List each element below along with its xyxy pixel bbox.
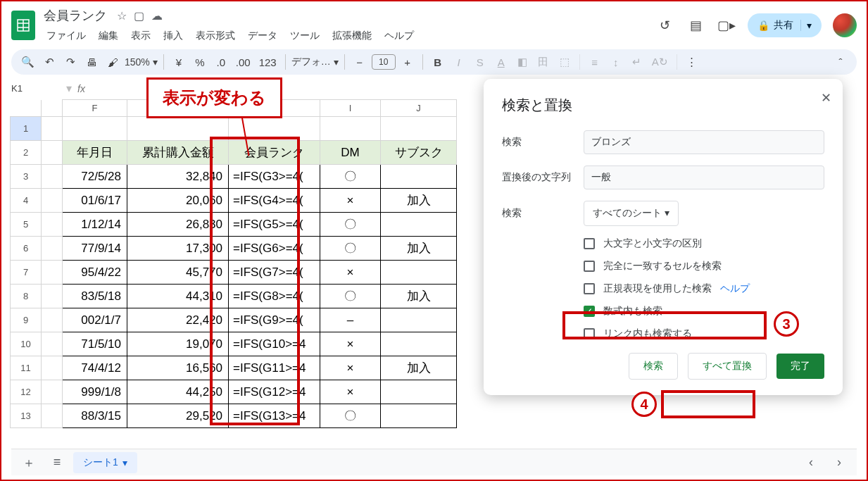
rowhead-6[interactable]: 6 (11, 237, 42, 261)
cell-G4[interactable]: 20,060 (127, 189, 229, 213)
menu-ヘルプ[interactable]: ヘルプ (379, 27, 420, 45)
rowhead-2[interactable]: 2 (11, 141, 42, 165)
rowhead-9[interactable]: 9 (11, 308, 42, 332)
rowhead-5[interactable]: 5 (11, 213, 42, 237)
increase-decimal-icon[interactable]: .00 (233, 52, 253, 72)
cell-H11[interactable]: =IFS(G11>=4 (229, 356, 320, 380)
cell-H4[interactable]: =IFS(G4>=4( (229, 189, 320, 213)
rotate-icon[interactable]: A↻ (649, 52, 671, 72)
cell-I5[interactable]: 〇 (320, 213, 381, 237)
checkbox-link[interactable] (584, 328, 595, 339)
menu-拡張機能[interactable]: 拡張機能 (327, 27, 377, 45)
valign-icon[interactable]: ↕ (607, 52, 625, 72)
cell-I11[interactable]: × (320, 356, 381, 380)
header-H[interactable]: 会員ランク (229, 141, 320, 165)
rowhead-11[interactable]: 11 (11, 356, 42, 380)
currency-icon[interactable]: ¥ (170, 52, 188, 72)
cell-F5[interactable]: 1/12/14 (63, 213, 127, 237)
cell-F12[interactable]: 999/1/8 (63, 380, 127, 404)
search-input[interactable] (584, 130, 824, 154)
rowhead-1[interactable]: 1 (11, 117, 42, 141)
search-icon[interactable]: 🔍 (18, 52, 37, 72)
cell-F10[interactable]: 71/5/10 (63, 332, 127, 356)
cell-I10[interactable]: × (320, 332, 381, 356)
doc-title[interactable]: 会員ランク (41, 6, 110, 25)
cell-I12[interactable]: × (320, 380, 381, 404)
borders-icon[interactable]: 田 (534, 52, 553, 72)
cell-I4[interactable]: × (320, 189, 381, 213)
collapse-icon[interactable]: ˆ (831, 52, 850, 72)
undo-icon[interactable]: ↶ (40, 52, 58, 72)
cell-G3[interactable]: 32,840 (127, 165, 229, 189)
cell-J6[interactable]: 加入 (381, 237, 457, 261)
cell-F8[interactable]: 83/5/18 (63, 285, 127, 308)
rowhead-7[interactable]: 7 (11, 261, 42, 285)
cell-H8[interactable]: =IFS(G8>=4( (229, 285, 320, 308)
cell-I8[interactable]: 〇 (320, 285, 381, 308)
wrap-icon[interactable]: ↵ (628, 52, 646, 72)
close-icon[interactable]: ✕ (821, 90, 831, 106)
menu-ツール[interactable]: ツール (284, 27, 325, 45)
menu-編集[interactable]: 編集 (93, 27, 124, 45)
cell-I7[interactable]: × (320, 261, 381, 285)
cell-I3[interactable]: 〇 (320, 165, 381, 189)
cell-F13[interactable]: 88/3/15 (63, 404, 127, 428)
halign-icon[interactable]: ≡ (586, 52, 604, 72)
cell-I13[interactable]: 〇 (320, 404, 381, 428)
cell-H7[interactable]: =IFS(G7>=4( (229, 261, 320, 285)
decrease-decimal-icon[interactable]: .0 (212, 52, 230, 72)
cell-H3[interactable]: =IFS(G3>=4( (229, 165, 320, 189)
scroll-left-icon[interactable]: ‹ (799, 452, 823, 473)
cell-G8[interactable]: 44,310 (127, 285, 229, 308)
cell-G13[interactable]: 29,520 (127, 404, 229, 428)
star-icon[interactable]: ☆ (117, 9, 127, 23)
cell-H12[interactable]: =IFS(G12>=4 (229, 380, 320, 404)
menu-表示[interactable]: 表示 (125, 27, 156, 45)
rowhead-8[interactable]: 8 (11, 285, 42, 308)
rowhead-3[interactable]: 3 (11, 165, 42, 189)
percent-icon[interactable]: % (191, 52, 209, 72)
font-size-input[interactable]: 10 (372, 54, 396, 70)
avatar[interactable] (833, 13, 857, 37)
header-I[interactable]: DM (320, 141, 381, 165)
rowhead-4[interactable]: 4 (11, 189, 42, 213)
cell-J3[interactable] (381, 165, 457, 189)
paint-format-icon[interactable]: 🖌 (103, 52, 122, 72)
cell-F11[interactable]: 74/4/12 (63, 356, 127, 380)
all-sheets-icon[interactable]: ≡ (45, 452, 69, 473)
cell-J11[interactable]: 加入 (381, 356, 457, 380)
bold-icon[interactable]: B (429, 52, 447, 72)
rowhead-10[interactable]: 10 (11, 332, 42, 356)
checkbox-exact[interactable] (584, 261, 595, 272)
cell-F7[interactable]: 95/4/22 (63, 261, 127, 285)
cell-H13[interactable]: =IFS(G13>=4 (229, 404, 320, 428)
checkbox-formula[interactable]: ✓ (584, 306, 595, 317)
cell-G12[interactable]: 44,250 (127, 380, 229, 404)
cell-I9[interactable]: – (320, 308, 381, 332)
help-link[interactable]: ヘルプ (720, 282, 750, 295)
comment-icon[interactable]: ▤ (686, 15, 705, 35)
meet-icon[interactable]: ▢▸ (717, 15, 736, 35)
cell-G5[interactable]: 26,830 (127, 213, 229, 237)
zoom-select[interactable]: 150%▾ (125, 56, 158, 68)
cell-F3[interactable]: 72/5/28 (63, 165, 127, 189)
cell-J9[interactable] (381, 308, 457, 332)
text-color-icon[interactable]: A (492, 52, 510, 72)
redo-icon[interactable]: ↷ (61, 52, 80, 72)
scope-select[interactable]: すべてのシート ▾ (584, 201, 679, 226)
chevron-down-icon[interactable]: ▾ (800, 20, 812, 31)
cell-G7[interactable]: 45,770 (127, 261, 229, 285)
name-box[interactable] (11, 83, 61, 94)
more-icon[interactable]: ⋮ (683, 52, 701, 72)
checkbox-regex[interactable] (584, 283, 595, 294)
cell-G9[interactable]: 22,420 (127, 308, 229, 332)
merge-icon[interactable]: ⬚ (555, 52, 574, 72)
cell-G10[interactable]: 19,070 (127, 332, 229, 356)
increase-font-icon[interactable]: + (398, 52, 417, 72)
cell-J7[interactable] (381, 261, 457, 285)
menu-データ[interactable]: データ (242, 27, 283, 45)
done-button[interactable]: 完了 (776, 354, 824, 379)
menu-表示形式[interactable]: 表示形式 (190, 27, 241, 45)
checkbox-case[interactable] (584, 238, 595, 249)
cell-F9[interactable]: 002/1/7 (63, 308, 127, 332)
